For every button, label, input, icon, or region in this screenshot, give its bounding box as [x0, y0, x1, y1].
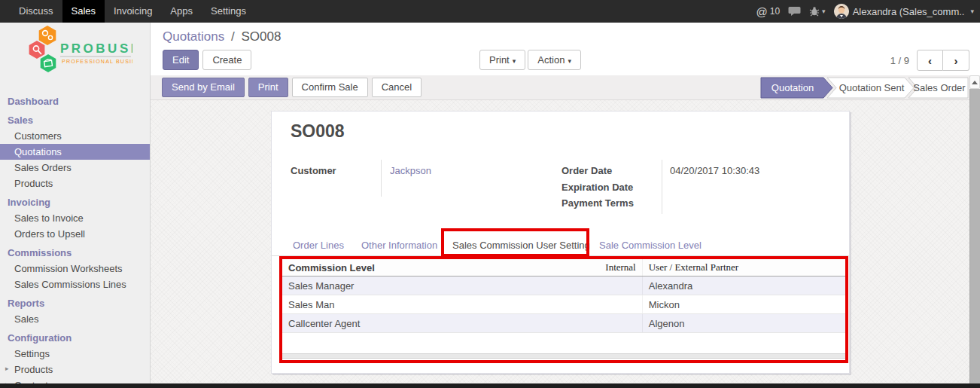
confirm-sale-button[interactable]: Confirm Sale — [292, 78, 368, 97]
sidebar-section-configuration[interactable]: Configuration — [0, 329, 150, 346]
customer-value-link[interactable]: Jackpson — [390, 165, 431, 176]
sidebar-section-reports[interactable]: Reports — [0, 295, 150, 311]
user-caret-icon: ▾ — [970, 8, 974, 15]
menu-apps[interactable]: Apps — [161, 0, 202, 23]
tab-order-lines[interactable]: Order Lines — [293, 240, 344, 251]
sidebar: PROBUSE PROFESSIONAL BUSINESS Dashboard … — [0, 23, 151, 383]
status-label-quotation-sent: Quotation Sent — [839, 82, 905, 93]
cell-level: Sales Man — [288, 299, 334, 310]
caret-down-icon: ▾ — [568, 57, 571, 65]
expiration-date-label: Expiration Date — [562, 182, 633, 193]
mentions-counter[interactable]: @ 10 — [756, 5, 781, 18]
table-footer-strip — [282, 353, 845, 359]
table-row[interactable]: Sales Man Mickon — [282, 295, 845, 314]
menu-invoicing[interactable]: Invoicing — [105, 0, 161, 23]
col-user-partner-header[interactable]: User / External Partner — [649, 261, 738, 273]
expand-arrow-icon[interactable]: ▸ — [5, 365, 9, 372]
bottom-edge-bar — [0, 383, 980, 388]
quotation-form-card: SO008 Customer Jackpson Order Date Expir… — [271, 111, 850, 374]
logo-subtitle: PROFESSIONAL BUSINESS — [62, 58, 132, 65]
menu-discuss[interactable]: Discuss — [10, 0, 62, 23]
company-logo: PROBUSE PROFESSIONAL BUSINESS — [0, 23, 150, 87]
debug-bug-icon[interactable]: ▾ — [809, 6, 826, 17]
user-avatar — [834, 4, 849, 19]
col-commission-level-header[interactable]: Commission Level — [288, 262, 375, 273]
sidebar-item-sales-commissions-lines[interactable]: Sales Commissions Lines — [0, 276, 150, 292]
menu-sales[interactable]: Sales — [62, 0, 105, 23]
cancel-button[interactable]: Cancel — [372, 78, 422, 97]
notebook-tabs: Order Lines Other Information Sales Comm… — [272, 234, 849, 256]
scrollbar-thumb[interactable] — [969, 89, 980, 383]
scrollbar-up-button[interactable] — [969, 75, 980, 89]
sidebar-item-reports-sales[interactable]: Sales — [0, 311, 150, 327]
payment-terms-label: Payment Terms — [562, 197, 634, 209]
pager-previous-button[interactable]: ‹ — [917, 50, 943, 71]
customer-label: Customer — [291, 165, 336, 176]
logo-title: PROBUSE — [60, 41, 132, 56]
order-date-label: Order Date — [562, 165, 612, 176]
triangle-up-icon — [972, 81, 978, 84]
tab-sales-commission-user-setting[interactable]: Sales Commission User Setting — [452, 240, 590, 251]
cell-user: Algenon — [649, 318, 685, 329]
breadcrumb-current: SO008 — [241, 29, 281, 44]
top-menu: Discuss Sales Invoicing Apps Settings — [10, 0, 255, 23]
edit-button[interactable]: Edit — [163, 50, 199, 70]
at-icon: @ — [756, 5, 768, 18]
sidebar-item-dashboard[interactable]: Dashboard — [0, 93, 150, 109]
tab-other-information[interactable]: Other Information — [361, 240, 437, 251]
sidebar-item-config-products[interactable]: ▸Products — [0, 362, 150, 377]
create-button[interactable]: Create — [202, 50, 251, 70]
menu-settings[interactable]: Settings — [202, 0, 255, 23]
table-row[interactable]: Sales Manager Alexandra — [282, 276, 845, 295]
logo-hex-green — [41, 54, 56, 72]
print-button[interactable]: Print — [248, 78, 288, 97]
page-title: SO008 — [291, 121, 345, 142]
action-dropdown-button[interactable]: Action▾ — [528, 50, 581, 70]
sidebar-item-customers[interactable]: Customers — [0, 128, 150, 144]
tab-sale-commission-level[interactable]: Sale Commission Level — [599, 240, 702, 251]
cell-level: Sales Manager — [288, 280, 354, 292]
sidebar-item-quotations[interactable]: Quotations — [0, 144, 150, 160]
cell-user: Mickon — [649, 299, 680, 310]
statusbar: Quotation Quotation Sent Sales Order — [760, 77, 969, 99]
user-name: Alexandra (Sales_comm.. — [853, 6, 965, 17]
systray: @ 10 ▾ Alexandra (Sales_comm.. ▾ — [756, 0, 975, 23]
cell-user: Alexandra — [649, 280, 693, 292]
breadcrumb-separator: / — [231, 29, 235, 44]
control-panel: Quotations / SO008 Edit Create Print▾ Ac… — [151, 23, 980, 75]
sidebar-section-sales[interactable]: Sales — [0, 112, 150, 128]
table-header-row: Commission Level Internal User / Externa… — [282, 259, 845, 276]
sidebar-item-settings[interactable]: Settings — [0, 346, 150, 362]
form-status-row: Send by Email Print Confirm Sale Cancel … — [151, 75, 969, 100]
vertical-scrollbar[interactable] — [969, 75, 980, 383]
sidebar-section-commissions[interactable]: Commissions — [0, 244, 150, 261]
status-label-sales-order: Sales Order — [913, 82, 966, 93]
pager-value: 1 / 9 — [890, 55, 909, 66]
commission-table: Commission Level Internal User / Externa… — [282, 259, 845, 359]
sidebar-nav: Dashboard Sales Customers Quotations Sal… — [0, 87, 150, 388]
sidebar-section-invoicing[interactable]: Invoicing — [0, 194, 150, 210]
pager-next-button[interactable]: › — [943, 50, 969, 71]
sidebar-item-orders-to-upsell[interactable]: Orders to Upsell — [0, 226, 150, 242]
sidebar-item-sales-orders[interactable]: Sales Orders — [0, 160, 150, 176]
col-internal-header: Internal — [605, 261, 635, 273]
mention-count: 10 — [770, 6, 780, 17]
sidebar-item-sales-to-invoice[interactable]: Sales to Invoice — [0, 210, 150, 226]
sidebar-item-commission-worksheets[interactable]: Commission Worksheets — [0, 261, 150, 276]
print-dropdown-button[interactable]: Print▾ — [479, 50, 525, 70]
field-separator — [662, 160, 662, 214]
breadcrumb: Quotations / SO008 — [163, 29, 281, 44]
chat-icon[interactable] — [788, 6, 801, 17]
send-by-email-button[interactable]: Send by Email — [162, 78, 245, 97]
sidebar-item-products[interactable]: Products — [0, 176, 150, 191]
status-label-quotation: Quotation — [772, 82, 814, 93]
table-row[interactable]: Callcenter Agent Algenon — [282, 314, 845, 333]
field-separator — [381, 160, 382, 197]
caret-down-icon: ▾ — [513, 57, 516, 65]
content-area: SO008 Customer Jackpson Order Date Expir… — [151, 100, 969, 383]
cell-level: Callcenter Agent — [288, 318, 360, 329]
breadcrumb-quotations[interactable]: Quotations — [163, 29, 224, 44]
print-dropdown-label: Print — [489, 54, 510, 66]
user-menu[interactable]: Alexandra (Sales_comm.. ▾ — [834, 4, 974, 19]
table-empty-row — [282, 333, 845, 351]
